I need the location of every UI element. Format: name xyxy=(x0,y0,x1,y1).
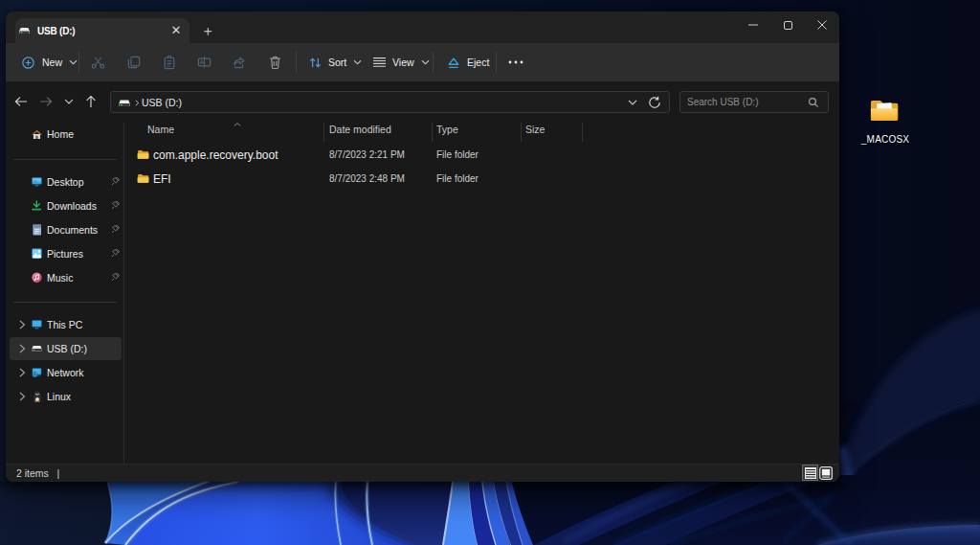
svg-text:A: A xyxy=(200,58,205,65)
